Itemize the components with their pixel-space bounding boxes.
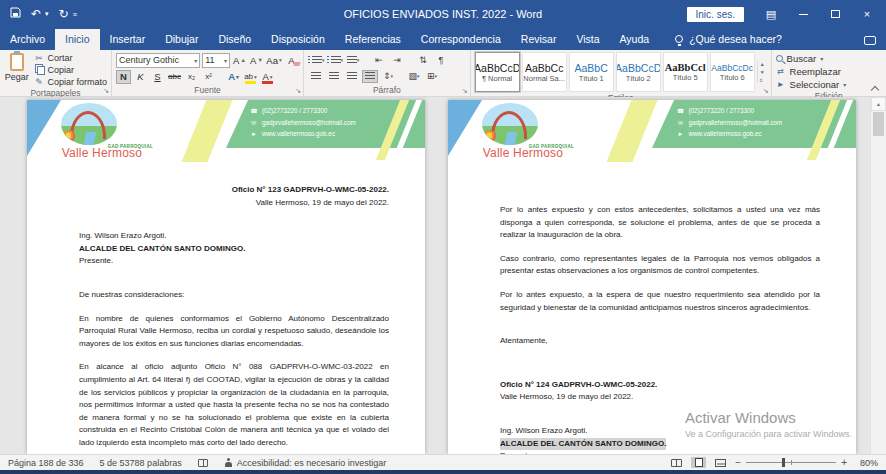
qat-customize-icon[interactable]: ≡ bbox=[73, 11, 77, 18]
show-paragraph-marks-button[interactable]: ¶ bbox=[433, 54, 449, 67]
document-page-right[interactable]: Valle HermosoGAD PARROQUIAL ☎(02)2773220… bbox=[448, 100, 856, 454]
doc-paragraph: Valle Hermoso, 19 de mayo del 2022. bbox=[500, 391, 820, 404]
font-color-button[interactable]: A▾ bbox=[260, 70, 275, 84]
zoom-slider[interactable] bbox=[746, 462, 836, 463]
letterhead-phone: (02)2773220 / 2773300 bbox=[688, 107, 753, 114]
align-left-button[interactable] bbox=[308, 70, 324, 83]
select-button[interactable]: ►Seleccionar▾ bbox=[776, 78, 847, 90]
multilevel-list-button[interactable]: ▾ bbox=[345, 54, 361, 67]
bold-button[interactable]: N bbox=[116, 70, 131, 84]
subscript-button[interactable]: x₂ bbox=[184, 70, 199, 84]
gallery-more-icon[interactable]: ≡ bbox=[760, 77, 765, 83]
minimize-button[interactable] bbox=[788, 2, 818, 26]
restore-button[interactable] bbox=[820, 2, 850, 26]
page-indicator[interactable]: Página 188 de 336 bbox=[8, 458, 84, 468]
superscript-button[interactable]: x² bbox=[201, 70, 216, 84]
font-dialog-launcher[interactable]: ↘ bbox=[295, 87, 301, 95]
highlight-color-button[interactable]: ab▾ bbox=[243, 70, 258, 84]
undo-dropdown-icon[interactable]: ▾ bbox=[45, 10, 49, 18]
word-count[interactable]: 5 de 53788 palabras bbox=[100, 458, 182, 468]
bullets-button[interactable]: ▾ bbox=[308, 54, 325, 67]
close-button[interactable]: × bbox=[852, 2, 882, 26]
zoom-slider-thumb[interactable] bbox=[782, 458, 785, 467]
decrease-indent-button[interactable]: ⇤ bbox=[371, 54, 387, 67]
ribbon-tab[interactable]: Referencias bbox=[335, 29, 411, 50]
style-item[interactable]: AaBbCcD¶ Normal bbox=[475, 52, 520, 92]
undo-icon[interactable]: ↶ bbox=[31, 7, 41, 21]
format-painter-button[interactable]: ✎Copiar formato bbox=[33, 76, 107, 87]
ribbon-display-options-icon[interactable]: ▤ bbox=[756, 2, 786, 26]
paragraph-dialog-launcher[interactable]: ↘ bbox=[462, 87, 468, 95]
strikethrough-button[interactable]: abc bbox=[167, 70, 182, 84]
borders-button[interactable]: ⊞▾ bbox=[424, 70, 440, 83]
styles-dialog-launcher[interactable]: ↘ bbox=[763, 87, 769, 95]
align-center-button[interactable] bbox=[326, 70, 342, 83]
style-item[interactable]: AaBbCTítulo 1 bbox=[569, 52, 614, 92]
sort-button[interactable]: ⇅ bbox=[415, 54, 431, 67]
italic-button[interactable]: K bbox=[133, 70, 148, 84]
gallery-up-icon[interactable]: ▲ bbox=[760, 61, 765, 67]
font-size-combo[interactable]: 11▾ bbox=[202, 53, 230, 68]
cut-button[interactable]: ✂Cortar bbox=[33, 52, 107, 63]
shading-button[interactable]: ▨▾ bbox=[406, 70, 422, 83]
ribbon-tab[interactable]: Inicio bbox=[55, 29, 100, 50]
paste-button[interactable]: Pegar bbox=[4, 52, 29, 82]
ribbon-tab[interactable]: Correspondencia bbox=[411, 29, 511, 50]
zoom-control[interactable]: − + bbox=[735, 457, 847, 468]
zoom-level[interactable]: 80% bbox=[854, 458, 878, 468]
vertical-scrollbar[interactable]: ▲ bbox=[870, 97, 886, 454]
clipboard-dialog-launcher[interactable]: ↘ bbox=[103, 87, 109, 95]
document-page-left[interactable]: Valle HermosoGAD PARROQUIAL ☎(02)2773220… bbox=[27, 100, 425, 454]
redo-icon[interactable]: ↻ bbox=[59, 7, 69, 21]
styles-gallery-scroll[interactable]: ▲ ▼ ≡ bbox=[757, 61, 767, 83]
page-left-text[interactable]: Oficio N° 123 GADPRVH-O-WMC-05-2022.Vall… bbox=[27, 164, 425, 454]
page-right-text[interactable]: Por lo antes expuesto y con estos antece… bbox=[448, 164, 856, 454]
ribbon-tab[interactable]: Insertar bbox=[100, 29, 156, 50]
style-item[interactable]: AaBbCcDTítulo 2 bbox=[616, 52, 661, 92]
style-item[interactable]: AaBbCcDcTítulo 6 bbox=[710, 52, 755, 92]
ribbon-tab[interactable]: Vista bbox=[566, 29, 609, 50]
style-item[interactable]: AaBbCclTítulo 5 bbox=[663, 52, 708, 92]
cursor-icon: ► bbox=[676, 131, 684, 137]
doc-paragraph bbox=[500, 369, 820, 379]
shrink-font-button[interactable]: A▼ bbox=[249, 53, 264, 67]
style-item[interactable]: AaBbCcNormal Sa... bbox=[522, 52, 567, 92]
gallery-down-icon[interactable]: ▼ bbox=[760, 69, 765, 75]
status-bar: Página 188 de 336 5 de 53788 palabras Ac… bbox=[0, 454, 886, 470]
zoom-in-button[interactable]: + bbox=[841, 457, 847, 468]
feedback-comment-icon[interactable] bbox=[864, 36, 876, 45]
tell-me-label[interactable]: ¿Qué desea hacer? bbox=[689, 33, 782, 45]
text-effects-button[interactable]: A▾ bbox=[226, 70, 241, 84]
save-icon[interactable] bbox=[10, 7, 21, 21]
clear-formatting-button[interactable]: A bbox=[284, 53, 299, 67]
ribbon-tab[interactable]: Archivo bbox=[0, 29, 55, 50]
proofing-status-icon[interactable] bbox=[198, 459, 208, 467]
underline-button[interactable]: S bbox=[150, 70, 165, 84]
ribbon-tab[interactable]: Ayuda bbox=[610, 29, 660, 50]
ribbon-tab[interactable]: Disposición bbox=[261, 29, 335, 50]
grow-font-button[interactable]: A▲ bbox=[232, 53, 247, 67]
increase-indent-button[interactable]: ⇥ bbox=[389, 54, 405, 67]
line-spacing-button[interactable]: ⇕▾ bbox=[380, 70, 396, 83]
change-case-button[interactable]: Aa▾ bbox=[266, 53, 282, 67]
copy-button[interactable]: Copiar bbox=[33, 64, 107, 75]
print-layout-button[interactable] bbox=[691, 457, 706, 468]
replace-button[interactable]: ⇄Reemplazar bbox=[776, 65, 841, 77]
scrollbar-thumb[interactable] bbox=[873, 112, 884, 136]
zoom-out-button[interactable]: − bbox=[735, 457, 741, 468]
numbering-button[interactable]: ▾ bbox=[327, 54, 344, 67]
accessibility-status[interactable]: Accesibilidad: es necesario investigar bbox=[224, 458, 387, 468]
document-area[interactable]: Valle HermosoGAD PARROQUIAL ☎(02)2773220… bbox=[0, 97, 886, 454]
justify-button[interactable] bbox=[362, 70, 378, 83]
web-layout-button[interactable] bbox=[713, 457, 728, 468]
ribbon-tab[interactable]: Dibujar bbox=[155, 29, 208, 50]
read-mode-button[interactable] bbox=[669, 457, 684, 468]
align-right-button[interactable] bbox=[344, 70, 360, 83]
find-button[interactable]: Buscar▾ bbox=[776, 52, 824, 64]
sign-in-button[interactable]: Inic. ses. bbox=[687, 7, 744, 22]
scroll-up-icon[interactable]: ▲ bbox=[871, 97, 886, 111]
font-name-combo[interactable]: Century Gothic▾ bbox=[116, 53, 200, 68]
ribbon-tab[interactable]: Revisar bbox=[511, 29, 567, 50]
tell-me-search[interactable]: ¿Qué desea hacer? bbox=[659, 33, 792, 50]
ribbon-tab[interactable]: Diseño bbox=[208, 29, 261, 50]
